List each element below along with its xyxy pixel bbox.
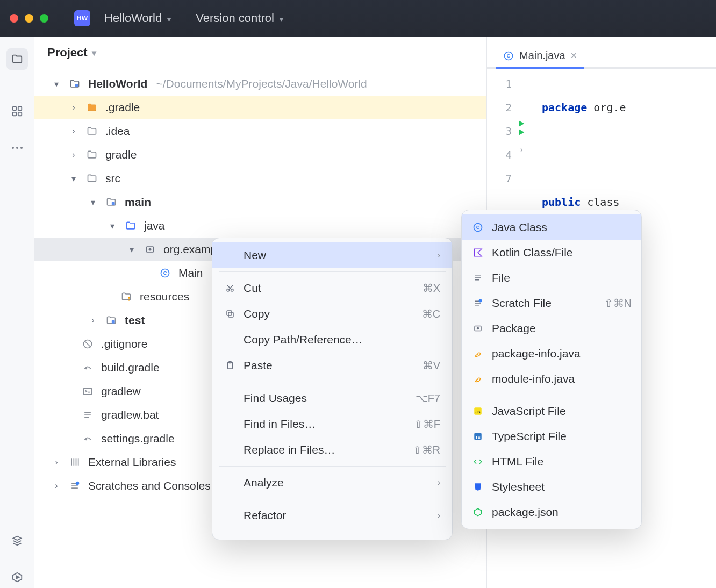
database-tool-button[interactable]: [6, 530, 28, 551]
menu-label: Scratch File: [492, 297, 552, 310]
chevron-down-icon[interactable]: ▾: [69, 174, 78, 184]
javascript-icon: JS: [471, 406, 484, 416]
svg-point-14: [86, 368, 87, 369]
menu-shortcut: ⇧⌘R: [413, 443, 440, 456]
submenu-package-info[interactable]: package-info.java: [462, 341, 641, 366]
close-tab-icon[interactable]: ×: [571, 49, 577, 62]
submenu-package-json[interactable]: package.json: [462, 499, 641, 525]
submenu-java-class[interactable]: C Java Class: [462, 214, 641, 240]
chevron-right-icon[interactable]: ›: [69, 103, 78, 112]
project-pane-header[interactable]: Project ▾: [34, 37, 486, 69]
chevron-right-icon: ›: [438, 511, 440, 520]
tree-item-label: settings.gradle: [101, 432, 175, 445]
menu-item-analyze[interactable]: Analyze ›: [212, 470, 452, 496]
chevron-right-icon[interactable]: ›: [69, 126, 78, 136]
menu-label: Stylesheet: [492, 481, 545, 493]
chevron-down-icon: ▾: [167, 15, 171, 24]
menu-item-copy[interactable]: Copy ⌘C: [212, 301, 452, 327]
close-window-button[interactable]: [10, 14, 18, 23]
submenu-file[interactable]: File: [462, 265, 641, 290]
menu-item-cut[interactable]: Cut ⌘X: [212, 275, 452, 301]
chevron-right-icon[interactable]: ›: [52, 481, 61, 491]
menu-item-refactor[interactable]: Refactor ›: [212, 503, 452, 528]
svg-marker-21: [519, 130, 524, 135]
tree-root-row[interactable]: ▾ HelloWorld ~/Documents/MyProjects/Java…: [34, 72, 486, 96]
tree-item-idea[interactable]: › .idea: [34, 119, 486, 143]
submenu-module-info[interactable]: module-info.java: [462, 366, 641, 391]
menu-label: module-info.java: [492, 372, 575, 385]
tree-item-src[interactable]: ▾ src: [34, 167, 486, 190]
vcs-menu[interactable]: Version control ▾: [196, 11, 283, 25]
chevron-down-icon[interactable]: ▾: [52, 79, 61, 89]
more-tool-button[interactable]: [6, 137, 28, 159]
tree-item-label: .gitignore: [101, 338, 147, 350]
menu-label: Cut: [244, 282, 261, 295]
chevron-right-icon: ›: [438, 250, 440, 260]
tree-item-java[interactable]: ▾ java: [34, 214, 486, 238]
css-icon: [471, 482, 484, 492]
zoom-window-button[interactable]: [40, 14, 48, 23]
menu-label: Find in Files…: [244, 418, 316, 431]
svg-text:C: C: [507, 53, 511, 59]
svg-text:C: C: [476, 225, 480, 230]
structure-tool-button[interactable]: [6, 101, 28, 122]
menu-item-new[interactable]: New ›: [212, 242, 452, 268]
menu-item-find-in-files[interactable]: Find in Files… ⇧⌘F: [212, 411, 452, 437]
run-line-icon[interactable]: ›: [517, 128, 542, 161]
menu-item-find-usages[interactable]: Find Usages ⌥F7: [212, 385, 452, 411]
editor-tabbar: C Main.java ×: [487, 37, 716, 69]
java-class-icon: C: [471, 222, 484, 233]
gradle-file-icon: [82, 433, 94, 444]
run-line-icon[interactable]: [517, 119, 542, 128]
svg-rect-1: [18, 107, 21, 110]
submenu-html[interactable]: HTML File: [462, 449, 641, 474]
menu-separator: [219, 271, 446, 272]
chevron-right-icon[interactable]: ›: [69, 150, 78, 160]
submenu-stylesheet[interactable]: Stylesheet: [462, 474, 641, 499]
menu-label: Copy Path/Reference…: [244, 333, 363, 346]
java-file-icon: [471, 374, 484, 384]
services-icon: [11, 571, 23, 583]
tree-item-gradle[interactable]: › gradle: [34, 143, 486, 167]
submenu-package[interactable]: Package: [462, 315, 641, 341]
submenu-scratch[interactable]: Scratch File ⇧⌘N: [462, 290, 641, 315]
tree-item-label: Main: [178, 267, 203, 279]
tree-item-gradle-hidden[interactable]: › .gradle: [34, 96, 486, 119]
svg-rect-6: [75, 84, 78, 87]
menu-item-replace-in-files[interactable]: Replace in Files… ⇧⌘R: [212, 437, 452, 463]
services-tool-button[interactable]: [6, 567, 28, 588]
submenu-typescript[interactable]: TS TypeScript File: [462, 424, 641, 449]
svg-rect-25: [227, 311, 232, 315]
nodejs-icon: [471, 507, 484, 517]
menu-separator: [219, 382, 446, 382]
chevron-right-icon[interactable]: ›: [88, 315, 98, 325]
chevron-down-icon[interactable]: ▾: [127, 245, 137, 255]
svg-point-17: [76, 482, 80, 485]
menu-label: Refactor: [244, 509, 286, 522]
chevron-down-icon[interactable]: ▾: [108, 221, 117, 231]
svg-rect-0: [12, 107, 16, 110]
folder-icon: [86, 125, 98, 137]
minimize-window-button[interactable]: [25, 14, 33, 23]
project-badge[interactable]: HW: [74, 10, 90, 26]
cut-icon: [224, 283, 236, 293]
scratches-icon: [69, 480, 81, 492]
submenu-javascript[interactable]: JS JavaScript File: [462, 398, 641, 424]
java-class-icon: C: [503, 51, 514, 61]
editor-tab-main[interactable]: C Main.java ×: [496, 44, 584, 69]
tree-item-main[interactable]: ▾ main: [34, 190, 486, 214]
project-tool-button[interactable]: [6, 48, 28, 70]
tree-item-label: src: [105, 172, 120, 185]
menu-item-paste[interactable]: Paste ⌘V: [212, 353, 452, 378]
menu-label: HTML File: [492, 455, 543, 468]
project-name-menu[interactable]: HelloWorld ▾: [104, 11, 171, 25]
submenu-kotlin[interactable]: Kotlin Class/File: [462, 240, 641, 265]
svg-marker-20: [519, 121, 524, 127]
menu-shortcut: ⌘C: [422, 307, 440, 320]
chevron-down-icon[interactable]: ▾: [88, 197, 98, 207]
menu-label: Copy: [244, 307, 270, 320]
menu-item-copy-path[interactable]: Copy Path/Reference…: [212, 327, 452, 353]
menu-shortcut: ⌘V: [423, 359, 440, 372]
chevron-right-icon[interactable]: ›: [52, 457, 61, 467]
tree-item-label: main: [125, 196, 151, 209]
